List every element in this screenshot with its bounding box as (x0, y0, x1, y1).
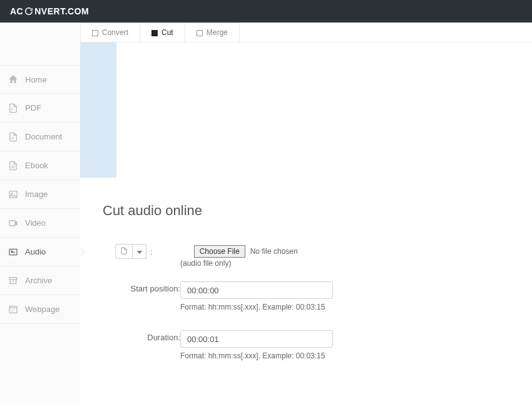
sidebar-item-label: Document (25, 132, 62, 141)
tab-merge[interactable]: Merge (185, 23, 240, 42)
home-icon (8, 74, 19, 85)
brand-logo[interactable]: AC NVERT.COM (10, 6, 89, 16)
ad-placeholder (80, 43, 116, 178)
svg-text:W: W (11, 137, 14, 140)
separator: : (150, 247, 153, 256)
pdf-icon: P (8, 103, 19, 114)
archive-icon (8, 275, 19, 286)
sidebar-item-label: Archive (25, 276, 52, 285)
sidebar-item-video[interactable]: Video (0, 209, 80, 238)
sidebar-item-label: Image (25, 189, 48, 199)
chevron-down-icon (137, 247, 142, 256)
tabs-bar: Convert Cut Merge (80, 23, 532, 43)
sidebar-item-archive[interactable]: Archive (0, 266, 80, 295)
duration-label: Duration: (103, 330, 180, 360)
image-icon (8, 189, 19, 200)
svg-rect-4 (9, 221, 15, 226)
audio-only-hint: (audio file only) (180, 259, 509, 268)
square-icon (92, 29, 98, 36)
choose-file-label: Choose File (200, 247, 240, 256)
brand-left: AC (10, 6, 23, 16)
tab-label: Merge (207, 28, 228, 37)
svg-rect-9 (151, 30, 158, 36)
svg-rect-6 (9, 277, 17, 279)
refresh-icon (24, 7, 33, 16)
sidebar-item-label: PDF (25, 103, 41, 113)
start-position-hint: Format: hh:mm:ss[.xxx]. Example: 00:03:1… (180, 303, 509, 311)
sidebar-item-label: Home (25, 75, 47, 84)
svg-rect-8 (93, 31, 98, 36)
brand-right: NVERT.COM (34, 6, 89, 16)
sidebar-item-label: Webpage (25, 305, 59, 314)
document-icon: W (8, 131, 19, 143)
file-source-dropdown[interactable] (133, 244, 146, 259)
choose-file-button[interactable]: Choose File (194, 245, 245, 258)
tab-label: Cut (161, 28, 173, 37)
sidebar-item-label: Video (25, 218, 46, 228)
sidebar-item-label: Audio (25, 247, 46, 256)
sidebar-item-label: Ebook (25, 161, 48, 170)
sidebar-item-pdf[interactable]: P PDF (0, 94, 80, 123)
sidebar-item-ebook[interactable]: Ebook (0, 151, 80, 180)
svg-text:P: P (11, 108, 13, 111)
svg-rect-10 (197, 31, 202, 36)
webpage-icon (8, 304, 19, 315)
sidebar-item-document[interactable]: W Document (0, 123, 80, 151)
app-header: AC NVERT.COM (0, 0, 532, 23)
tab-convert[interactable]: Convert (80, 23, 140, 42)
page-title: Cut audio online (103, 203, 509, 219)
video-icon (8, 218, 19, 229)
ebook-icon (8, 160, 19, 171)
start-position-input[interactable] (180, 281, 333, 299)
start-position-label: Start position: (103, 281, 180, 311)
tab-cut[interactable]: Cut (140, 23, 185, 42)
sidebar: Home P PDF W Document Ebook Image Video … (0, 23, 80, 404)
sidebar-item-image[interactable]: Image (0, 180, 80, 209)
sidebar-item-home[interactable]: Home (0, 65, 80, 94)
audio-icon (8, 246, 19, 258)
sidebar-item-audio[interactable]: Audio (0, 238, 80, 266)
file-icon (120, 246, 128, 257)
square-filled-icon (151, 29, 158, 36)
tab-label: Convert (102, 28, 128, 37)
file-status-text: No file chosen (250, 247, 298, 256)
svg-point-3 (11, 193, 13, 194)
main-area: Convert Cut Merge Cut audio online (80, 23, 532, 404)
duration-hint: Format: hh:mm:ss[.xxx]. Example: 00:03:1… (180, 351, 509, 360)
duration-input[interactable] (180, 330, 333, 348)
sidebar-item-webpage[interactable]: Webpage (0, 295, 80, 324)
local-file-button[interactable] (115, 244, 133, 259)
square-icon (197, 29, 203, 36)
